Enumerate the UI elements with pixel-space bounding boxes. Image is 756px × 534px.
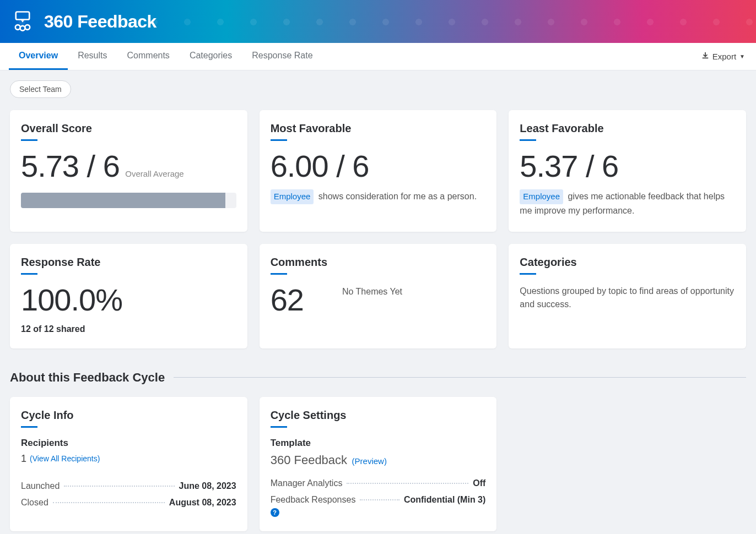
help-icon[interactable]: ? <box>271 508 279 517</box>
card-underline <box>271 273 287 275</box>
card-title: Overall Score <box>21 122 236 135</box>
svg-rect-4 <box>702 58 708 59</box>
card-title: Categories <box>520 256 735 269</box>
closed-label: Closed <box>21 498 48 508</box>
card-title: Response Rate <box>21 256 236 269</box>
tab-comments[interactable]: Comments <box>117 43 180 70</box>
card-underline <box>21 426 37 428</box>
most-favorable-card[interactable]: Most Favorable 6.00 / 6 Employee shows c… <box>260 110 497 232</box>
progress-bar <box>21 193 236 208</box>
overall-score-value: 5.73 / 6 <box>21 151 120 182</box>
card-underline <box>520 273 536 275</box>
employee-tag: Employee <box>520 189 563 204</box>
most-favorable-value: 6.00 / 6 <box>271 151 369 182</box>
progress-fill <box>21 193 225 208</box>
response-rate-value: 100.0% <box>21 285 236 315</box>
section-title: About this Feedback Cycle <box>10 370 165 385</box>
svg-point-1 <box>15 25 20 30</box>
card-title: Most Favorable <box>271 122 486 135</box>
card-title: Cycle Settings <box>271 409 486 422</box>
main-content: Select Team Overall Score 5.73 / 6 Overa… <box>0 70 756 534</box>
preview-link[interactable]: (Preview) <box>352 456 387 466</box>
comments-card[interactable]: Comments 62 No Themes Yet <box>260 244 497 348</box>
tab-overview[interactable]: Overview <box>9 43 68 70</box>
svg-point-3 <box>25 25 30 30</box>
about-section-header: About this Feedback Cycle <box>10 370 746 385</box>
card-underline <box>21 273 37 275</box>
download-icon <box>701 52 709 61</box>
svg-point-2 <box>20 26 25 31</box>
feedback-icon <box>11 10 34 33</box>
feedback-responses-label: Feedback Responses <box>271 495 356 505</box>
most-favorable-text: Employee shows consideration for me as a… <box>271 189 486 204</box>
view-all-recipients-link[interactable]: (View All Recipients) <box>30 454 100 463</box>
categories-card[interactable]: Categories Questions grouped by topic to… <box>509 244 746 348</box>
no-themes-text: No Themes Yet <box>342 287 402 297</box>
empty-cell <box>509 397 746 531</box>
cycle-grid: Cycle Info Recipients 1 (View All Recipi… <box>10 397 746 531</box>
card-title: Least Favorable <box>520 122 735 135</box>
tab-categories[interactable]: Categories <box>180 43 242 70</box>
closed-value: August 08, 2023 <box>169 498 236 508</box>
export-button[interactable]: Export ▼ <box>699 47 747 66</box>
most-favorable-question: shows consideration for me as a person. <box>318 192 477 201</box>
export-label: Export <box>712 52 736 61</box>
dots-divider <box>64 486 174 487</box>
tab-response-rate[interactable]: Response Rate <box>242 43 322 70</box>
svg-rect-0 <box>16 12 30 20</box>
card-title: Cycle Info <box>21 409 236 422</box>
cards-grid: Overall Score 5.73 / 6 Overall Average M… <box>10 110 746 348</box>
feedback-responses-value: Confidential (Min 3) <box>404 495 485 505</box>
least-favorable-text: Employee gives me actionable feedback th… <box>520 189 735 217</box>
select-team-button[interactable]: Select Team <box>10 80 71 98</box>
card-underline <box>21 139 37 141</box>
caret-down-icon: ▼ <box>739 53 745 59</box>
manager-analytics-label: Manager Analytics <box>271 478 343 488</box>
overall-score-suffix: Overall Average <box>125 169 183 178</box>
dots-divider <box>360 499 399 500</box>
tabs: Overview Results Comments Categories Res… <box>9 43 323 70</box>
template-name: 360 Feedback <box>271 453 347 467</box>
overall-score-card[interactable]: Overall Score 5.73 / 6 Overall Average <box>10 110 247 232</box>
tabs-bar: Overview Results Comments Categories Res… <box>0 43 756 70</box>
least-favorable-value: 5.37 / 6 <box>520 151 618 182</box>
recipients-count: 1 <box>21 453 26 465</box>
launched-label: Launched <box>21 481 60 491</box>
categories-text: Questions grouped by topic to find areas… <box>520 285 735 311</box>
response-rate-sub: 12 of 12 shared <box>21 324 236 334</box>
card-underline <box>271 139 287 141</box>
section-divider <box>174 377 746 378</box>
dots-divider <box>347 483 468 484</box>
employee-tag: Employee <box>271 189 314 204</box>
page-title: 360 Feedback <box>44 12 156 32</box>
card-underline <box>520 139 536 141</box>
app-header: 360 Feedback <box>0 0 756 43</box>
card-title: Comments <box>271 256 486 269</box>
dots-divider <box>53 502 165 503</box>
tab-results[interactable]: Results <box>68 43 117 70</box>
cycle-settings-card: Cycle Settings Template 360 Feedback (Pr… <box>260 397 497 531</box>
response-rate-card[interactable]: Response Rate 100.0% 12 of 12 shared <box>10 244 247 348</box>
template-heading: Template <box>271 438 486 449</box>
least-favorable-card[interactable]: Least Favorable 5.37 / 6 Employee gives … <box>509 110 746 232</box>
card-underline <box>271 426 287 428</box>
launched-value: June 08, 2023 <box>179 481 236 491</box>
cycle-info-card: Cycle Info Recipients 1 (View All Recipi… <box>10 397 247 531</box>
comments-count: 62 <box>271 285 304 315</box>
manager-analytics-value: Off <box>473 478 485 488</box>
recipients-heading: Recipients <box>21 438 236 449</box>
